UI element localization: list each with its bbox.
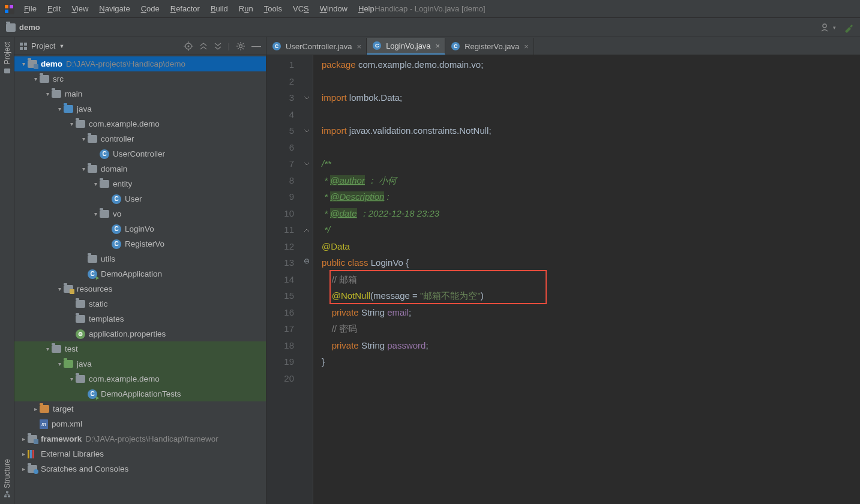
- tree-test-java[interactable]: ▾java: [14, 356, 266, 371]
- spring-icon: ⚙: [76, 329, 85, 339]
- tree-user[interactable]: CUser: [14, 191, 266, 206]
- menu-vcs[interactable]: VCS: [288, 2, 314, 16]
- svg-point-18: [187, 45, 189, 47]
- tree-templates[interactable]: templates: [14, 311, 266, 326]
- tab-loginvo[interactable]: CLoginVo.java×: [367, 38, 445, 55]
- svg-point-23: [239, 44, 242, 47]
- locate-icon[interactable]: [184, 41, 193, 52]
- fold-end-icon[interactable]: [304, 222, 311, 229]
- fold-marker-icon[interactable]: [304, 89, 311, 97]
- tree-pom[interactable]: mpom.xml: [14, 416, 266, 431]
- tree-demo-app-tests[interactable]: C▸DemoApplicationTests: [14, 386, 266, 401]
- folder-icon: [6, 23, 16, 32]
- svg-point-4: [823, 24, 826, 28]
- maven-icon: m: [40, 419, 48, 429]
- tree-domain[interactable]: ▾domain: [14, 161, 266, 176]
- tool-project[interactable]: Project: [3, 42, 11, 74]
- user-menu-icon[interactable]: ▾: [820, 23, 836, 32]
- fold-gutter[interactable]: ⊖: [302, 55, 313, 504]
- java-class-icon: C▸: [88, 389, 97, 399]
- svg-line-29: [242, 48, 244, 49]
- menu-build[interactable]: Build: [206, 2, 233, 16]
- divider: |: [228, 41, 230, 52]
- code-content[interactable]: package com.example.demo.domain.vo; impo…: [313, 55, 860, 504]
- java-class-icon: C: [100, 149, 109, 159]
- svg-line-31: [242, 43, 244, 44]
- panel-dropdown-icon[interactable]: ▼: [59, 43, 64, 49]
- editor-area: CUserController.java× CLoginVo.java× CRe…: [266, 37, 860, 504]
- fold-marker-icon[interactable]: [304, 122, 311, 130]
- tree-entity[interactable]: ▾entity: [14, 176, 266, 191]
- tree-app-props[interactable]: ⚙application.properties: [14, 326, 266, 341]
- toolbar: demo ▾: [0, 18, 860, 37]
- svg-rect-1: [5, 5, 8, 8]
- menu-window[interactable]: Window: [315, 2, 352, 16]
- fold-marker-icon[interactable]: ⊖: [304, 257, 311, 265]
- tree-controller[interactable]: ▾controller: [14, 131, 266, 146]
- library-icon: [28, 450, 37, 458]
- menu-run[interactable]: Run: [234, 2, 258, 16]
- menu-tools[interactable]: Tools: [259, 2, 287, 16]
- java-class-icon: C: [112, 194, 121, 204]
- tree-root[interactable]: ▾demoD:\JAVA-projects\Handicap\demo: [14, 56, 266, 71]
- tree-loginvo[interactable]: CLoginVo: [14, 221, 266, 236]
- tree-registervo[interactable]: CRegisterVo: [14, 236, 266, 251]
- menu-edit[interactable]: Edit: [43, 2, 65, 16]
- tree-test[interactable]: ▾test: [14, 341, 266, 356]
- project-tree[interactable]: ▾demoD:\JAVA-projects\Handicap\demo ▾src…: [14, 55, 266, 504]
- tree-java[interactable]: ▾java: [14, 101, 266, 116]
- svg-rect-3: [5, 10, 8, 13]
- java-class-icon: C: [272, 42, 281, 50]
- close-icon[interactable]: ×: [357, 42, 362, 51]
- tree-main[interactable]: ▾main: [14, 86, 266, 101]
- svg-line-28: [238, 43, 239, 44]
- tree-demoapplication[interactable]: C▸DemoApplication: [14, 266, 266, 281]
- tree-static[interactable]: static: [14, 296, 266, 311]
- breadcrumb-project: demo: [19, 23, 40, 32]
- settings-icon[interactable]: [236, 41, 245, 52]
- code-editor[interactable]: 1234567891011121314151617181920 ⊖ packag…: [266, 55, 860, 504]
- tree-ext-libs[interactable]: ▸External Libraries: [14, 446, 266, 461]
- fold-marker-icon[interactable]: [304, 155, 311, 163]
- svg-rect-7: [4, 496, 7, 497]
- tree-vo[interactable]: ▾vo: [14, 206, 266, 221]
- window-title: Handicap - LoginVo.java [demo]: [374, 4, 485, 13]
- java-class-icon: C: [451, 42, 460, 50]
- line-number-gutter: 1234567891011121314151617181920: [266, 55, 302, 504]
- close-icon[interactable]: ×: [436, 41, 441, 50]
- tree-usercontroller[interactable]: CUserController: [14, 146, 266, 161]
- tree-test-pkg[interactable]: ▾com.example.demo: [14, 371, 266, 386]
- breadcrumb[interactable]: demo: [6, 23, 40, 32]
- tree-scratches[interactable]: ▸Scratches and Consoles: [14, 461, 266, 476]
- hide-icon[interactable]: —: [251, 41, 261, 52]
- tab-registervo[interactable]: CRegisterVo.java×: [445, 38, 534, 55]
- tree-pkg[interactable]: ▾com.example.demo: [14, 116, 266, 131]
- tree-target[interactable]: ▸target: [14, 401, 266, 416]
- close-icon[interactable]: ×: [524, 42, 529, 51]
- tree-framework[interactable]: ▸frameworkD:\JAVA-projects\Handicap\fram…: [14, 431, 266, 446]
- svg-rect-13: [20, 43, 23, 46]
- menu-navigate[interactable]: Navigate: [94, 2, 134, 16]
- tool-structure[interactable]: Structure: [3, 459, 11, 498]
- panel-title[interactable]: Project: [31, 41, 55, 50]
- menu-file[interactable]: File: [19, 2, 41, 16]
- menu-code[interactable]: Code: [136, 2, 164, 16]
- scratches-icon: [28, 465, 37, 473]
- svg-rect-2: [10, 5, 13, 8]
- build-icon[interactable]: [843, 22, 854, 33]
- java-class-icon: C▸: [88, 269, 97, 279]
- svg-rect-16: [24, 47, 27, 50]
- svg-rect-14: [24, 43, 27, 46]
- tree-resources[interactable]: ▾resources: [14, 281, 266, 296]
- expand-all-icon[interactable]: [199, 41, 208, 52]
- java-class-icon: C: [373, 41, 381, 50]
- menubar: File Edit View Navigate Code Refactor Bu…: [0, 0, 860, 18]
- tab-usercontroller[interactable]: CUserController.java×: [266, 38, 367, 55]
- tree-src[interactable]: ▾src: [14, 71, 266, 86]
- menu-view[interactable]: View: [67, 2, 93, 16]
- collapse-all-icon[interactable]: [214, 41, 222, 52]
- java-class-icon: C: [112, 224, 121, 234]
- menu-refactor[interactable]: Refactor: [166, 2, 205, 16]
- tree-utils[interactable]: utils: [14, 251, 266, 266]
- left-tool-strip: Project Structure: [0, 37, 14, 504]
